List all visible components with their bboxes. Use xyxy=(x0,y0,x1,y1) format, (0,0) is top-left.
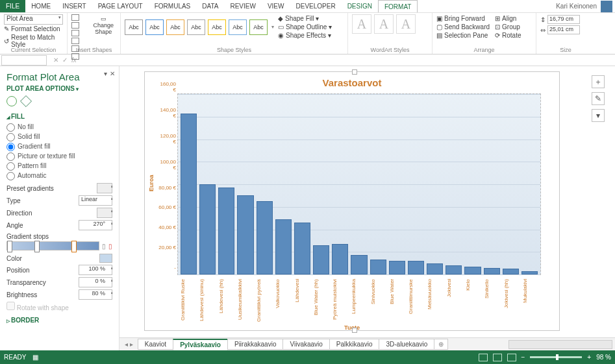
pane-options-dropdown[interactable]: PLOT AREA OPTIONS xyxy=(6,85,112,92)
style-preset[interactable]: Abc xyxy=(187,19,205,35)
shape-effects-button[interactable]: ◉ Shape Effects ▾ xyxy=(278,31,332,40)
shape-style-gallery[interactable]: Abc Abc Abc Abc Abc Abc Abc xyxy=(125,19,268,35)
worksheet-canvas[interactable]: Varastoarvot Euroa 160,00 €140,00 €120,0… xyxy=(119,66,615,350)
align-button[interactable]: ⊞ Align xyxy=(495,14,521,23)
sheet-tab-piirakkakaavio[interactable]: Piirakkakaavio xyxy=(227,339,283,350)
gradient-type-dropdown[interactable]: Linear xyxy=(79,195,112,206)
pane-close-button[interactable]: ▾✕ xyxy=(101,70,115,77)
tab-developer[interactable]: DEVELOPER xyxy=(290,0,341,12)
chart-object[interactable]: Varastoarvot Euroa 160,00 €140,00 €120,0… xyxy=(144,71,560,331)
bar[interactable] xyxy=(181,114,197,274)
transparency-input[interactable]: 0 % xyxy=(79,277,112,287)
cancel-icon[interactable]: ✕ xyxy=(53,56,58,64)
tab-home[interactable]: HOME xyxy=(25,0,56,12)
effects-tab-icon[interactable] xyxy=(20,95,32,107)
position-input[interactable]: 100 % xyxy=(79,265,112,275)
bar[interactable] xyxy=(351,255,367,274)
enter-icon[interactable]: ✓ xyxy=(62,56,68,64)
tab-design[interactable]: DESIGN xyxy=(342,0,378,12)
remove-stop-button[interactable]: ▯ xyxy=(108,243,112,250)
zoom-out-button[interactable]: − xyxy=(521,354,525,361)
preset-gradients-picker[interactable] xyxy=(97,183,112,193)
group-button[interactable]: ⊡ Group xyxy=(495,23,521,31)
tab-formulas[interactable]: FORMULAS xyxy=(149,0,197,12)
radio-no-fill[interactable]: No fill xyxy=(6,123,112,132)
sheet-nav-arrows[interactable]: ◂ ▸ xyxy=(119,341,138,348)
selection-pane-button[interactable]: ▤ Selection Pane xyxy=(436,31,490,40)
add-stop-button[interactable]: ▯ xyxy=(102,243,106,250)
fill-section[interactable]: FILL xyxy=(6,113,112,120)
shape-fill-button[interactable]: ◆ Shape Fill ▾ xyxy=(278,14,332,23)
brightness-input[interactable]: 80 % xyxy=(79,289,112,300)
bar[interactable] xyxy=(446,265,462,274)
wordart-preset[interactable]: A xyxy=(374,14,394,34)
bring-forward-button[interactable]: ▣ Bring Forward xyxy=(436,14,490,23)
bar[interactable] xyxy=(464,267,481,274)
bar[interactable] xyxy=(389,261,405,274)
tab-file[interactable]: FILE xyxy=(0,0,25,12)
shape-outline-button[interactable]: ▭ Shape Outline ▾ xyxy=(278,23,332,31)
horizontal-scrollbar[interactable] xyxy=(508,340,612,349)
tab-insert[interactable]: INSERT xyxy=(56,0,92,12)
radio-picture-fill[interactable]: Picture or texture fill xyxy=(6,152,112,162)
bar[interactable] xyxy=(408,261,424,274)
rotate-button[interactable]: ⟳ Rotate xyxy=(495,31,521,40)
bar[interactable] xyxy=(313,245,329,274)
style-preset[interactable]: Abc xyxy=(229,19,247,35)
wordart-gallery[interactable]: A A A xyxy=(352,14,428,34)
style-preset[interactable]: Abc xyxy=(166,19,184,35)
chart-filters-button[interactable]: ▾ xyxy=(592,109,605,122)
tab-view[interactable]: VIEW xyxy=(262,0,290,12)
wordart-preset[interactable]: A xyxy=(396,14,416,34)
angle-input[interactable]: 270° xyxy=(79,220,112,230)
y-axis-label[interactable]: Euroa xyxy=(148,175,155,191)
zoom-in-button[interactable]: + xyxy=(587,354,591,361)
direction-picker[interactable] xyxy=(97,208,112,218)
send-backward-button[interactable]: ▢ Send Backward xyxy=(436,23,490,31)
radio-gradient-fill[interactable]: Gradient fill xyxy=(6,142,112,152)
style-preset[interactable]: Abc xyxy=(125,19,143,35)
style-preset[interactable]: Abc xyxy=(249,19,268,35)
zoom-slider[interactable] xyxy=(530,356,582,358)
bar[interactable] xyxy=(275,219,292,274)
bar[interactable] xyxy=(521,271,538,274)
bar[interactable] xyxy=(427,263,443,274)
style-preset[interactable]: Abc xyxy=(208,19,226,35)
add-sheet-button[interactable]: ⊕ xyxy=(434,339,448,350)
wordart-preset[interactable]: A xyxy=(352,14,371,34)
sheet-tab-pylvaskaavio[interactable]: Pylväskaavio xyxy=(173,339,228,350)
bar[interactable] xyxy=(294,223,310,274)
tab-data[interactable]: DATA xyxy=(196,0,224,12)
view-page-layout-button[interactable] xyxy=(493,354,502,361)
bar[interactable] xyxy=(237,195,253,274)
style-preset[interactable]: Abc xyxy=(145,19,164,35)
view-page-break-button[interactable] xyxy=(507,354,516,361)
bar[interactable] xyxy=(218,188,234,274)
bar[interactable] xyxy=(257,201,273,274)
chart-elements-button[interactable]: ＋ xyxy=(592,75,605,88)
tab-format[interactable]: FORMAT xyxy=(378,0,418,12)
radio-solid-fill[interactable]: Solid fill xyxy=(6,132,112,142)
chart-styles-button[interactable]: ✎ xyxy=(592,92,605,105)
sheet-tab-kaaviot[interactable]: Kaaviot xyxy=(138,339,173,350)
bar[interactable] xyxy=(199,184,216,274)
gradient-stops-slider[interactable] xyxy=(6,241,99,250)
sheet-tab-viivakaavio[interactable]: Viivakaavio xyxy=(282,339,329,350)
bar[interactable] xyxy=(503,269,519,274)
x-axis-label[interactable]: Tuote xyxy=(145,324,559,331)
tab-page-layout[interactable]: PAGE LAYOUT xyxy=(92,0,149,12)
sheet-tab-palkkikaavio[interactable]: Palkkikaavio xyxy=(329,339,380,350)
tab-review[interactable]: REVIEW xyxy=(224,0,261,12)
rotate-with-shape-checkbox[interactable] xyxy=(6,302,15,310)
format-selection-button[interactable]: ✎Format Selection xyxy=(4,25,63,33)
data-series[interactable] xyxy=(178,94,540,274)
bar[interactable] xyxy=(370,260,386,274)
radio-automatic[interactable]: Automatic xyxy=(6,171,112,181)
bar[interactable] xyxy=(484,268,500,274)
sheet-tab-3d-aluekaavio[interactable]: 3D-aluekaavio xyxy=(379,339,434,350)
gallery-more-icon[interactable]: ▾ xyxy=(271,24,274,30)
color-picker[interactable] xyxy=(99,254,112,263)
zoom-level[interactable]: 98 % xyxy=(596,354,611,361)
height-input[interactable]: ⇕ 16,79 cm xyxy=(540,14,591,25)
bar[interactable] xyxy=(332,244,348,274)
